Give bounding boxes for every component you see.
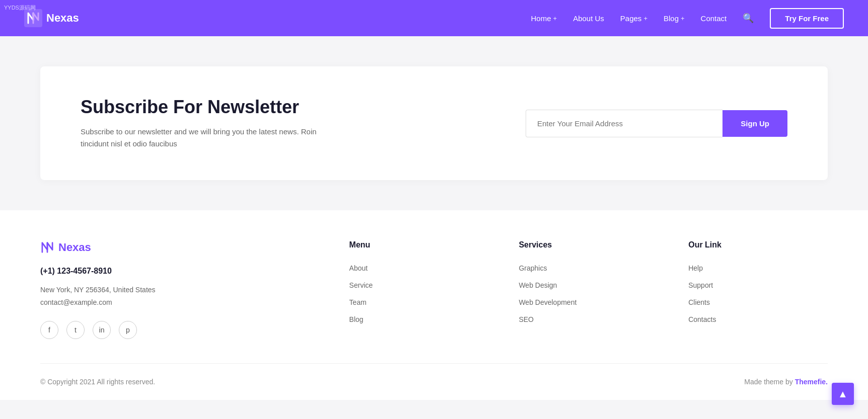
footer-ourlink-title: Our Link xyxy=(688,240,828,249)
list-item: Support xyxy=(688,281,828,290)
nav-about[interactable]: About Us xyxy=(573,14,604,23)
footer-ourlink-col: Our Link Help Support Clients Contacts xyxy=(688,240,828,339)
signup-button[interactable]: Sign Up xyxy=(722,110,787,137)
newsletter-form: Sign Up xyxy=(526,110,787,137)
email-input[interactable] xyxy=(526,110,722,137)
footer-logo-icon xyxy=(40,240,54,255)
list-item: Graphics xyxy=(519,264,658,273)
list-item: Service xyxy=(349,281,489,290)
list-item: Web Development xyxy=(519,298,658,307)
search-icon[interactable]: 🔍 xyxy=(743,13,754,24)
footer-address: New York, NY 256364, United States conta… xyxy=(40,284,319,309)
footer-made-by: Made theme by Themefie. xyxy=(744,378,828,386)
list-item: Team xyxy=(349,298,489,307)
themefie-link[interactable]: Themefie. xyxy=(795,378,828,386)
nexas-logo-icon xyxy=(24,9,42,27)
service-webdev-link[interactable]: Web Development xyxy=(519,298,576,306)
footer: Nexas (+1) 123-4567-8910 New York, NY 25… xyxy=(0,210,868,400)
blog-plus: + xyxy=(681,15,685,22)
footer-logo[interactable]: Nexas xyxy=(40,240,319,255)
list-item: Help xyxy=(688,264,828,273)
service-seo-link[interactable]: SEO xyxy=(519,315,534,323)
navbar: Nexas Home + About Us Pages + Blog + Con… xyxy=(0,0,868,36)
menu-about-link[interactable]: About xyxy=(349,264,368,272)
list-item: Blog xyxy=(349,315,489,324)
page-content: Subscribe For Newsletter Subscribe to ou… xyxy=(0,36,868,180)
list-item: Contacts xyxy=(688,315,828,324)
link-clients[interactable]: Clients xyxy=(688,298,710,306)
service-webdesign-link[interactable]: Web Design xyxy=(519,281,557,289)
newsletter-title: Subscribe For Newsletter xyxy=(81,97,322,118)
footer-services-title: Services xyxy=(519,240,658,249)
footer-menu-col: Menu About Service Team Blog xyxy=(349,240,489,339)
menu-service-link[interactable]: Service xyxy=(349,281,373,289)
navbar-brand-name: Nexas xyxy=(46,12,79,25)
footer-bottom: © Copyright 2021 All rights reserved. Ma… xyxy=(40,363,828,400)
footer-brand-col: Nexas (+1) 123-4567-8910 New York, NY 25… xyxy=(40,240,319,339)
nav-blog[interactable]: Blog + xyxy=(664,14,685,23)
newsletter-left: Subscribe For Newsletter Subscribe to ou… xyxy=(81,97,322,150)
footer-copyright: © Copyright 2021 All rights reserved. xyxy=(40,378,155,386)
nav-pages[interactable]: Pages + xyxy=(620,14,647,23)
list-item: Web Design xyxy=(519,281,658,290)
linkedin-icon[interactable]: in xyxy=(93,321,111,339)
footer-brand-name: Nexas xyxy=(58,241,91,254)
footer-menu-title: Menu xyxy=(349,240,489,249)
footer-menu-links: About Service Team Blog xyxy=(349,264,489,324)
list-item: About xyxy=(349,264,489,273)
footer-socials: f t in p xyxy=(40,321,319,339)
home-plus: + xyxy=(553,15,557,22)
footer-phone: (+1) 123-4567-8910 xyxy=(40,267,319,276)
nav-contact[interactable]: Contact xyxy=(701,14,727,23)
list-item: SEO xyxy=(519,315,658,324)
service-graphics-link[interactable]: Graphics xyxy=(519,264,547,272)
newsletter-card: Subscribe For Newsletter Subscribe to ou… xyxy=(40,66,828,180)
scroll-top-button[interactable]: ▲ xyxy=(832,383,854,400)
menu-team-link[interactable]: Team xyxy=(349,298,367,306)
link-support[interactable]: Support xyxy=(688,281,713,289)
pages-plus: + xyxy=(643,15,647,22)
footer-services-col: Services Graphics Web Design Web Develop… xyxy=(519,240,658,339)
twitter-icon[interactable]: t xyxy=(66,321,85,339)
facebook-icon[interactable]: f xyxy=(40,321,58,339)
try-for-free-button[interactable]: Try For Free xyxy=(770,8,844,29)
footer-top: Nexas (+1) 123-4567-8910 New York, NY 25… xyxy=(40,240,828,359)
footer-ourlink-links: Help Support Clients Contacts xyxy=(688,264,828,324)
newsletter-description: Subscribe to our newsletter and we will … xyxy=(81,126,322,150)
link-contacts[interactable]: Contacts xyxy=(688,315,716,323)
navbar-logo[interactable]: Nexas xyxy=(24,9,79,27)
nav-home[interactable]: Home + xyxy=(531,14,557,23)
pinterest-icon[interactable]: p xyxy=(119,321,137,339)
link-help[interactable]: Help xyxy=(688,264,703,272)
footer-services-links: Graphics Web Design Web Development SEO xyxy=(519,264,658,324)
menu-blog-link[interactable]: Blog xyxy=(349,315,364,323)
navbar-links: Home + About Us Pages + Blog + Contact 🔍… xyxy=(531,8,844,29)
list-item: Clients xyxy=(688,298,828,307)
